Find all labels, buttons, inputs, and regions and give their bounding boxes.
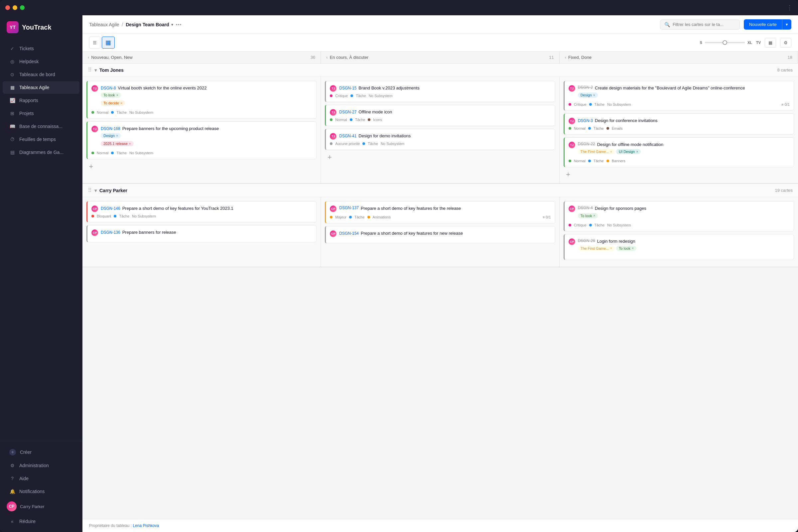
search-icon: 🔍 <box>664 22 670 27</box>
card-dsgn-3[interactable]: TJ DSGN-3 Design for conference invitati… <box>564 113 794 135</box>
minimize-button[interactable] <box>13 5 17 10</box>
new-card-button[interactable]: Nouvelle carte <box>744 19 782 30</box>
card-title: Offline mode icon <box>358 109 392 115</box>
sidebar-item-helpdesk[interactable]: ◎ Helpdesk <box>3 55 79 68</box>
sidebar-item-projets[interactable]: ⊞ Projets <box>3 107 79 120</box>
user-name: Carry Parker <box>20 504 44 509</box>
avatar: CP <box>330 230 337 237</box>
swimlane-name: Tom Jones <box>99 68 124 73</box>
avatar: TJ <box>569 85 575 92</box>
avatar: CP <box>569 239 575 245</box>
sidebar-item-administration[interactable]: ⚙ Administration <box>3 459 79 472</box>
swimlane-title: ⠿ ▾ Tom Jones <box>88 67 124 73</box>
card-dsgn-168[interactable]: TJ DSGN-168 Prepare banners for the upco… <box>87 121 317 159</box>
toolbar-right: S XL TV ▦ ⚙ <box>700 38 791 48</box>
slider-track[interactable] <box>705 42 745 43</box>
sidebar-item-notifications[interactable]: 🔔 Notifications <box>3 485 79 498</box>
card-dsgn-41[interactable]: TJ DSGN-41 Design for demo invitations <box>325 129 555 150</box>
sidebar-item-label: Tableaux Agile <box>19 85 49 90</box>
card-dsgn-27[interactable]: TJ DSGN-27 Offline mode icon <box>325 105 555 126</box>
list-view-button[interactable]: ☰ <box>89 37 100 49</box>
help-label: Aide <box>19 476 28 481</box>
priority-dot <box>92 152 94 154</box>
window-menu-icon[interactable]: ⋮ <box>787 4 793 11</box>
card-title: Prepare a short demo of key features for… <box>122 206 233 211</box>
breadcrumb-dropdown-icon[interactable]: ▾ <box>171 22 173 27</box>
sidebar-item-aide[interactable]: ? Aide <box>3 472 79 485</box>
card-id: DSGN-27 <box>339 110 357 114</box>
card-dsgn-4[interactable]: CP DSGN-4 Design for sponsors pages To <box>564 201 794 231</box>
col-count: 36 <box>310 55 315 60</box>
breadcrumb-more-icon[interactable]: ••• <box>176 22 182 27</box>
maximize-button[interactable] <box>20 5 25 10</box>
drag-handle-icon[interactable]: ⠿ <box>88 67 92 73</box>
avatar: TJ <box>92 126 98 132</box>
footer-owner-link[interactable]: Lena Pishkova <box>133 524 159 528</box>
col-collapse-icon[interactable]: ‹ <box>326 55 327 60</box>
swimlane-header-carry-parker: ⠿ ▾ Carry Parker 19 cartes <box>82 184 798 197</box>
card-title: Design for demo invitations <box>358 133 411 139</box>
card-dsgn-15[interactable]: TJ DSGN-15 Brand Book v.2023 adjustments <box>325 81 555 102</box>
add-card-button[interactable]: + <box>87 162 96 171</box>
sidebar-item-tableaux-agile[interactable]: ▦ Tableaux Agile <box>3 81 79 94</box>
lane-col-fixed-carry: CP DSGN-4 Design for sponsors pages To <box>559 197 798 266</box>
close-button[interactable] <box>5 5 10 10</box>
new-card-arrow-button[interactable]: ▾ <box>782 19 791 30</box>
type-dot <box>114 215 116 217</box>
drag-handle-icon[interactable]: ⠿ <box>88 187 92 193</box>
card-id: DSGN-168 <box>101 126 120 131</box>
breadcrumb-parent[interactable]: Tableaux Agile <box>89 22 119 27</box>
card-dsgn-26[interactable]: CP DSGN-26 Login form redesign The Fir <box>564 234 794 260</box>
card-dsgn-154[interactable]: CP DSGN-154 Prepare a short demo of key … <box>325 226 555 243</box>
card-type: Tâche <box>355 215 365 219</box>
card-dsgn-146[interactable]: CP DSGN-146 Prepare a short demo of key … <box>87 201 317 223</box>
priority-dot <box>569 224 571 226</box>
card-dsgn-136[interactable]: CP DSGN-136 Prepare banners for release <box>87 225 317 242</box>
admin-icon: ⚙ <box>9 462 15 469</box>
logo-icon: YT <box>7 21 19 33</box>
user-profile[interactable]: CP Carry Parker <box>0 498 82 515</box>
sidebar-item-rapports[interactable]: 📈 Rapports <box>3 94 79 107</box>
create-icon: + <box>9 449 16 456</box>
header: Tableaux Agile / Design Team Board ▾ •••… <box>82 15 798 34</box>
search-box[interactable]: 🔍 <box>660 20 740 30</box>
sidebar-item-creer[interactable]: + Créer <box>3 445 79 459</box>
swimlane-collapse-icon[interactable]: ▾ <box>94 68 97 73</box>
search-input[interactable] <box>673 22 736 27</box>
add-card-button[interactable]: + <box>564 170 573 179</box>
priority-dot <box>569 159 571 162</box>
board-view-button[interactable]: ▦ <box>102 37 115 49</box>
tag: To decide × <box>101 100 125 106</box>
type-dot <box>362 142 365 145</box>
card-id: DSGN-26 <box>578 239 595 243</box>
create-label: Créer <box>20 450 32 455</box>
sidebar-collapse-button[interactable]: « Réduire <box>3 515 79 528</box>
card-dsgn-2[interactable]: TJ DSGN-2 Create design materials for th… <box>564 81 794 111</box>
card-dsgn-22[interactable]: TJ DSGN-22 Design for offline mode notif… <box>564 137 794 167</box>
sidebar-item-tickets[interactable]: ✓ Tickets <box>3 42 79 55</box>
card-priority: Normal <box>97 110 108 114</box>
sidebar-nav: ✓ Tickets ◎ Helpdesk ⊙ Tableaux de bord … <box>0 39 82 441</box>
sidebar-item-diagrammes[interactable]: ▤ Diagrammes de Ga... <box>3 146 79 158</box>
card-title: Prepare a short demo of key features for… <box>361 206 551 211</box>
sidebar-item-label: Feuilles de temps <box>19 137 56 142</box>
card-priority: Normal <box>574 126 586 130</box>
sidebar-bottom: + Créer ⚙ Administration ? Aide 🔔 Notifi… <box>0 441 82 532</box>
card-dsgn-8[interactable]: TJ DSGN-8 Virtual booth sketch for the o… <box>87 81 317 119</box>
avatar: TJ <box>330 109 337 116</box>
slider-thumb[interactable] <box>723 40 727 45</box>
settings-button[interactable]: ⚙ <box>780 38 791 48</box>
sidebar-item-tableaux-bord[interactable]: ⊙ Tableaux de bord <box>3 68 79 81</box>
card-priority: Critique <box>335 94 348 98</box>
col-count: 18 <box>788 55 792 60</box>
sidebar-item-feuilles-temps[interactable]: ⏱ Feuilles de temps <box>3 133 79 146</box>
col-collapse-icon[interactable]: ‹ <box>565 55 566 60</box>
add-card-button[interactable]: + <box>325 153 334 162</box>
col-header-label: En cours, À discuter <box>330 55 368 60</box>
card-dsgn-137[interactable]: CP DSGN-137 Prepare a short demo of key … <box>325 201 555 223</box>
chart-button[interactable]: ▦ <box>765 38 776 48</box>
card-type: Tâche <box>368 141 378 146</box>
sidebar-item-base-connaissance[interactable]: 📖 Base de connaissa... <box>3 120 79 133</box>
swimlane-collapse-icon[interactable]: ▾ <box>94 188 97 193</box>
col-collapse-icon[interactable]: ‹ <box>88 55 89 60</box>
